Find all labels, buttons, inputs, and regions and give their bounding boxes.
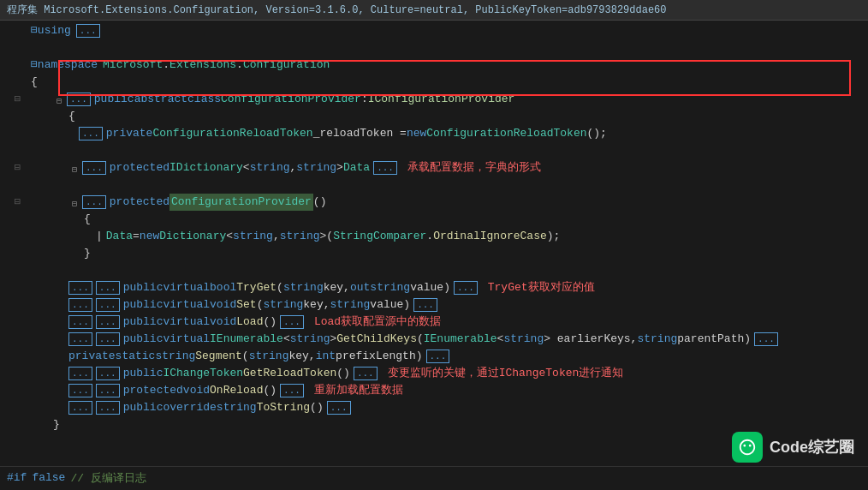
line-numbers: ⊟ ⊟ ⊟ (0, 21, 27, 466)
code-line: ⊟ ... protected ConfigurationProvider () (27, 194, 868, 211)
code-line: private static string Segment ( string k… (27, 348, 868, 365)
code-line: ... private ConfigurationReloadToken _re… (27, 125, 868, 142)
code-line: ⊟using ... (27, 22, 868, 39)
code-editor: 程序集 Microsoft.Extensions.Configuration, … (0, 0, 868, 490)
code-line: ... ... public override string ToString … (27, 399, 868, 416)
code-line: ... ... public virtual void Load () ... … (27, 314, 868, 331)
code-line: ... ... public virtual IEnumerable < str… (27, 331, 868, 348)
code-line: } (27, 245, 868, 262)
assembly-info: 程序集 Microsoft.Extensions.Configuration, … (7, 4, 667, 16)
code-line (27, 39, 868, 57)
code-line (27, 176, 868, 194)
top-bar: 程序集 Microsoft.Extensions.Configuration, … (0, 0, 868, 21)
code-line: | Data = new Dictionary < string , strin… (27, 228, 868, 245)
wechat-icon (732, 432, 763, 463)
code-line: ... ... public virtual bool TryGet ( str… (27, 279, 868, 296)
code-line: ... ... protected void OnReload () ... 重… (27, 382, 868, 399)
code-line: } (27, 416, 868, 433)
code-line (27, 142, 868, 159)
code-line: { (27, 108, 868, 125)
code-line: ... ... public IChangeToken GetReloadTok… (27, 365, 868, 382)
code-area: ⊟ ⊟ ⊟ ⊟us (0, 21, 868, 466)
code-line: ⊟namespace Microsoft.Extensions.Configur… (27, 57, 868, 74)
code-line: { (27, 211, 868, 228)
code-line (27, 262, 868, 279)
bottom-bar: #if false // 反编译日志 (0, 466, 868, 488)
code-content: ⊟using ... ⊟namespace Microsoft.Extensio… (27, 21, 868, 466)
watermark-text: Code综艺圈 (770, 437, 854, 457)
code-line: { (27, 74, 868, 91)
code-line: ⊟ ... protected IDictionary < string , s… (27, 159, 868, 176)
code-line: ... ... public virtual void Set ( string… (27, 296, 868, 314)
watermark: Code综艺圈 (732, 432, 854, 463)
class-declaration-line: ⊟ ... public abstract class Configuratio… (27, 91, 868, 108)
